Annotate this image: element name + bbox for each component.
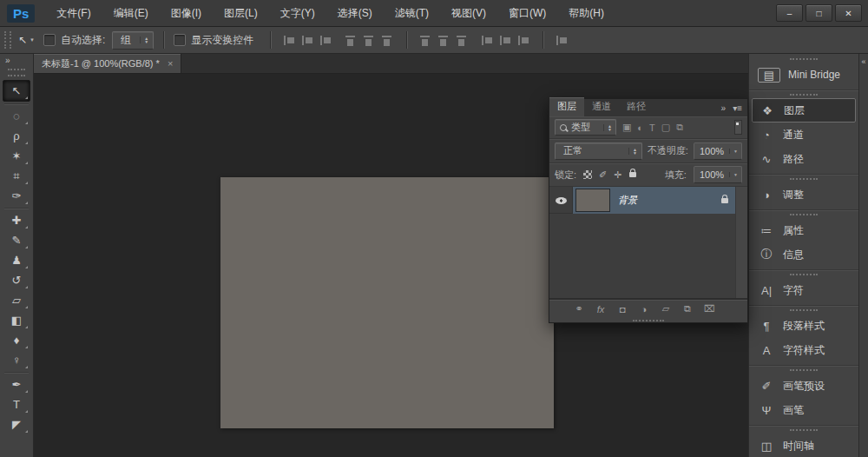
dock-group-grip[interactable] <box>749 55 858 63</box>
menu-window[interactable]: 窗口(W) <box>497 6 557 21</box>
filter-toggle-switch[interactable] <box>734 120 742 135</box>
dock-group-grip[interactable] <box>749 175 858 182</box>
new-group-icon[interactable]: ▱ <box>659 303 674 315</box>
toolbar-grip[interactable] <box>8 69 25 76</box>
close-button[interactable]: ✕ <box>835 4 862 22</box>
collapse-dock-icon[interactable]: « <box>861 57 865 66</box>
dock-item-channels[interactable]: ◔ 通道 <box>749 123 858 147</box>
layer-row-background[interactable]: 背景 <box>573 187 736 214</box>
align-left-edges-icon[interactable] <box>345 35 358 46</box>
dock-item-character-styles[interactable]: A 字符样式 <box>749 338 858 362</box>
spot-healing-brush-tool[interactable]: ✚ <box>3 210 30 230</box>
adjustment-layer-icon[interactable]: ◑ <box>637 304 652 315</box>
dock-group-grip[interactable] <box>749 90 858 98</box>
add-layer-mask-icon[interactable]: ◘ <box>615 304 630 315</box>
show-transform-checkbox[interactable] <box>174 34 186 46</box>
dock-group-grip[interactable] <box>749 426 858 434</box>
menu-select[interactable]: 选择(S) <box>326 6 384 21</box>
panel-collapse-icon[interactable]: » <box>721 103 727 113</box>
filter-type-layers-icon[interactable]: T <box>649 123 655 133</box>
menu-layer[interactable]: 图层(L) <box>213 6 269 21</box>
filter-adjustment-layers-icon[interactable]: ◐ <box>637 123 643 133</box>
eyedropper-tool[interactable]: ✑ <box>3 186 30 206</box>
lock-image-pixels-icon[interactable]: ✐ <box>599 169 607 181</box>
maximize-button[interactable]: □ <box>806 4 832 22</box>
menu-help[interactable]: 帮助(H) <box>557 6 615 21</box>
crop-tool[interactable]: ⌗ <box>3 166 30 186</box>
panel-resize-handle[interactable] <box>549 318 747 322</box>
panel-menu-icon[interactable]: ▾≡ <box>733 103 742 113</box>
filter-shape-layers-icon[interactable]: ▢ <box>661 122 670 133</box>
tab-paths[interactable]: 路径 <box>619 97 654 116</box>
panel-scrollbar[interactable] <box>735 187 747 298</box>
distribute-horizontal-centers-icon[interactable] <box>499 35 512 46</box>
delete-layer-icon[interactable]: ⌧ <box>702 303 717 315</box>
dock-item-paths[interactable]: ∿ 路径 <box>749 147 858 171</box>
move-tool[interactable]: ↖ <box>3 80 30 102</box>
opacity-dropdown[interactable]: 100% <box>694 142 742 160</box>
filter-pixel-layers-icon[interactable]: ▣ <box>622 122 631 133</box>
align-bottom-edges-icon[interactable] <box>319 35 332 46</box>
minimize-button[interactable]: – <box>776 4 803 22</box>
distribute-top-edges-icon[interactable] <box>419 35 432 46</box>
dock-group-grip[interactable] <box>749 210 858 218</box>
dock-item-brush-presets[interactable]: ✐ 画笔预设 <box>749 374 858 398</box>
history-brush-tool[interactable]: ↺ <box>3 270 30 290</box>
eraser-tool[interactable]: ▱ <box>3 290 30 310</box>
dock-item-properties[interactable]: ≔ 属性 <box>749 218 858 242</box>
dock-item-paragraph-styles[interactable]: ¶ 段落样式 <box>749 314 858 338</box>
layer-visibility-toggle[interactable] <box>549 187 573 214</box>
new-layer-icon[interactable]: ⧉ <box>681 303 695 315</box>
dock-item-adjustments[interactable]: ◑ 调整 <box>749 182 858 207</box>
brush-tool[interactable]: ✎ <box>3 230 30 250</box>
distribute-left-edges-icon[interactable] <box>481 35 494 46</box>
distribute-vertical-centers-icon[interactable] <box>437 35 450 46</box>
dock-collapse-strip[interactable]: « <box>858 54 868 457</box>
filter-smart-objects-icon[interactable]: ⧉ <box>676 122 683 133</box>
layer-effects-icon[interactable]: fx <box>594 304 608 315</box>
auto-select-checkbox[interactable] <box>43 34 56 46</box>
distribute-bottom-edges-icon[interactable] <box>456 35 469 46</box>
dock-item-brush[interactable]: Ψ 画笔 <box>749 398 858 422</box>
menu-image[interactable]: 图像(I) <box>160 6 213 21</box>
lock-transparent-pixels-icon[interactable] <box>583 170 592 179</box>
toolbar-collapse-button[interactable]: » <box>0 54 33 67</box>
dock-group-grip[interactable] <box>749 366 858 374</box>
align-vertical-centers-icon[interactable] <box>301 35 314 46</box>
document-canvas[interactable] <box>220 177 554 428</box>
clone-stamp-tool[interactable]: ♟ <box>3 250 30 270</box>
layer-thumbnail[interactable] <box>575 189 610 212</box>
align-right-edges-icon[interactable] <box>381 35 394 46</box>
fill-dropdown[interactable]: 100% <box>694 166 742 183</box>
menu-file[interactable]: 文件(F) <box>45 6 102 21</box>
dock-item-layers[interactable]: ❖ 图层 <box>752 98 856 123</box>
tab-close-icon[interactable]: × <box>168 58 173 69</box>
paint-bucket-tool[interactable]: ◧ <box>3 310 30 330</box>
dodge-tool[interactable]: ♀ <box>3 350 30 370</box>
blend-mode-dropdown[interactable]: 正常 <box>555 142 642 160</box>
lock-all-icon[interactable] <box>629 172 636 177</box>
blur-tool[interactable]: ♦ <box>3 330 30 350</box>
dock-item-character[interactable]: A| 字符 <box>749 278 858 302</box>
distribute-right-edges-icon[interactable] <box>517 35 530 46</box>
lasso-tool[interactable]: ρ <box>3 126 30 146</box>
align-horizontal-centers-icon[interactable] <box>363 35 376 46</box>
type-tool[interactable]: T <box>3 394 30 414</box>
filter-type-dropdown[interactable]: 类型 <box>555 119 616 136</box>
menu-type[interactable]: 文字(Y) <box>269 6 326 21</box>
path-selection-tool[interactable]: ◤ <box>3 414 30 434</box>
auto-align-layers-icon[interactable] <box>556 35 569 46</box>
link-layers-icon[interactable]: ⚭ <box>572 303 587 315</box>
dock-group-grip[interactable] <box>749 270 858 278</box>
align-top-edges-icon[interactable] <box>283 35 296 46</box>
dock-item-info[interactable]: ⓘ 信息 <box>749 242 858 267</box>
lock-position-icon[interactable]: ✛ <box>614 169 621 181</box>
tab-layers[interactable]: 图层 <box>549 97 584 116</box>
layer-row[interactable]: 背景 <box>549 187 736 214</box>
menu-filter[interactable]: 滤镜(T) <box>384 6 440 21</box>
document-tab[interactable]: 未标题-1 @ 100%(RGB/8) * × <box>34 54 181 73</box>
dock-group-grip[interactable] <box>749 306 858 314</box>
auto-select-dropdown[interactable]: 组 <box>112 31 154 50</box>
marquee-tool[interactable]: ◌ <box>3 106 30 126</box>
menu-view[interactable]: 视图(V) <box>440 6 497 21</box>
